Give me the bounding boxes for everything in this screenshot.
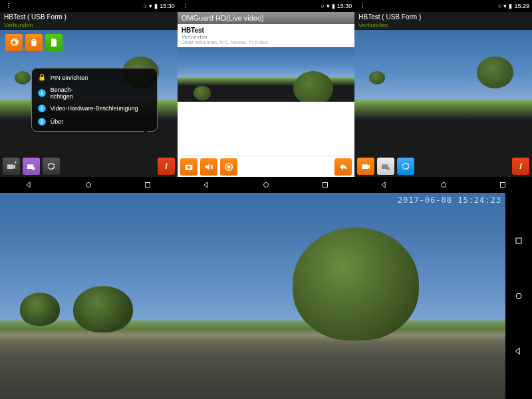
svg-text:i: i xyxy=(41,90,43,96)
svg-text:+: + xyxy=(14,161,17,166)
nav-recent[interactable] xyxy=(513,235,524,246)
camera-title: HBTest ( USB Form ) xyxy=(354,12,532,22)
android-navbar xyxy=(354,177,532,193)
camera-add-button[interactable] xyxy=(357,158,374,175)
android-navbar xyxy=(0,177,178,193)
connection-status: Verbunden xyxy=(0,22,178,30)
menu-pin[interactable]: PIN einrichten xyxy=(33,71,156,84)
clock: 15:30 xyxy=(160,3,175,9)
nav-recent[interactable] xyxy=(321,180,330,190)
document-button[interactable] xyxy=(45,34,63,51)
camera-name: HBTest xyxy=(182,27,351,34)
info-button[interactable]: i xyxy=(512,158,529,175)
menu-hw-accel[interactable]: i Video-Hardware-Beschleunigung xyxy=(33,102,156,115)
toolbar: i xyxy=(354,156,532,177)
nav-home[interactable] xyxy=(84,180,93,190)
svg-rect-25 xyxy=(500,183,505,188)
menu-notifications[interactable]: i Benach- richtigen xyxy=(33,84,156,102)
connection-status: Verbunden xyxy=(354,22,532,30)
svg-rect-20 xyxy=(362,164,368,169)
timestamp-overlay: 2017-06-08 15:24:23 xyxy=(398,196,501,205)
nav-recent[interactable] xyxy=(498,180,507,190)
svg-point-10 xyxy=(32,167,35,170)
svg-rect-0 xyxy=(39,77,44,80)
menu-hw-label: Video-Hardware-Beschleunigung xyxy=(51,105,138,112)
status-bar: ⋮ ○ ▾ ▮ 15:30 xyxy=(0,0,178,12)
mute-button[interactable] xyxy=(200,158,217,176)
live-preview[interactable] xyxy=(178,47,355,102)
nav-home[interactable] xyxy=(513,291,524,301)
signal-icon: ▾ xyxy=(149,3,152,9)
camera-add-button[interactable]: + xyxy=(3,158,20,175)
live-view[interactable] xyxy=(354,30,532,156)
camera-settings-button[interactable] xyxy=(23,158,40,175)
svg-point-12 xyxy=(86,183,91,188)
clock: 15:30 xyxy=(337,3,352,9)
status-bar: ⋮ ○▾▮ 15:29 xyxy=(354,0,532,12)
svg-rect-13 xyxy=(146,183,150,188)
svg-text:i: i xyxy=(165,162,168,171)
live-view[interactable]: PIN einrichten i Benach- richtigen i Vid… xyxy=(0,30,178,156)
svg-point-15 xyxy=(188,166,190,168)
nav-back[interactable] xyxy=(380,180,389,190)
camera-settings-button[interactable] xyxy=(377,158,394,175)
info-button[interactable]: i xyxy=(158,158,175,175)
app-header: OMGuard HD(Live video) xyxy=(178,12,355,24)
screenshot-2: ⋮ ○▾▮ 15:30 OMGuard HD(Live video) HBTes… xyxy=(178,0,355,193)
android-navbar xyxy=(178,177,355,193)
status-bar: ⋮ ○▾▮ 15:30 xyxy=(178,0,355,12)
nav-back[interactable] xyxy=(202,180,211,190)
settings-button[interactable] xyxy=(5,34,23,51)
clock: 15:29 xyxy=(514,3,529,9)
context-menu: PIN einrichten i Benach- richtigen i Vid… xyxy=(31,68,158,132)
svg-rect-19 xyxy=(323,183,327,188)
menu-notify-label: Benach- richtigen xyxy=(51,86,73,100)
svg-point-22 xyxy=(386,167,390,170)
android-navbar-landscape xyxy=(505,193,532,399)
menu-about[interactable]: i Über xyxy=(33,115,156,128)
nav-home[interactable] xyxy=(261,180,271,190)
svg-text:i: i xyxy=(41,119,43,125)
refresh-button[interactable] xyxy=(43,158,60,175)
nav-recent[interactable] xyxy=(143,180,152,190)
refresh-button[interactable] xyxy=(397,158,414,175)
svg-point-17 xyxy=(227,165,230,168)
wifi-icon: ⋮ xyxy=(5,3,11,9)
back-button[interactable] xyxy=(334,158,352,176)
menu-pin-label: PIN einrichten xyxy=(51,74,88,81)
connection-label: Verbunden xyxy=(182,34,351,40)
menu-about-label: Über xyxy=(51,118,64,125)
nav-back[interactable] xyxy=(513,346,524,356)
toolbar xyxy=(178,156,355,177)
svg-point-18 xyxy=(264,183,269,188)
nav-back[interactable] xyxy=(25,180,34,190)
svg-point-24 xyxy=(441,183,446,188)
record-button[interactable] xyxy=(220,158,237,176)
svg-text:i: i xyxy=(519,162,522,171)
screenshot-1: ⋮ ○ ▾ ▮ 15:30 HBTest ( USB Form ) Verbun… xyxy=(0,0,178,193)
snapshot-button[interactable] xyxy=(180,158,198,176)
svg-point-27 xyxy=(516,293,521,299)
camera-title: HBTest ( USB Form ) xyxy=(0,12,178,22)
bt-icon: ○ xyxy=(144,3,147,9)
screenshot-landscape: 2017-06-08 15:24:23 xyxy=(0,193,532,399)
screenshot-3: ⋮ ○▾▮ 15:29 HBTest ( USB Form ) Verbunde… xyxy=(354,0,532,193)
svg-text:i: i xyxy=(41,106,43,112)
svg-rect-7 xyxy=(7,164,13,169)
svg-rect-26 xyxy=(516,238,521,243)
live-view-fullscreen[interactable]: 2017-06-08 15:24:23 xyxy=(0,193,505,399)
delete-button[interactable] xyxy=(25,34,43,51)
battery-icon: ▮ xyxy=(154,3,158,9)
nav-home[interactable] xyxy=(439,180,448,190)
toolbar: + i xyxy=(0,156,178,177)
connection-detail: Direkt verbunden, N=1, Normal, 74.5 kB/s xyxy=(182,40,351,45)
camera-meta: HBTest Verbunden Direkt verbunden, N=1, … xyxy=(178,24,355,47)
